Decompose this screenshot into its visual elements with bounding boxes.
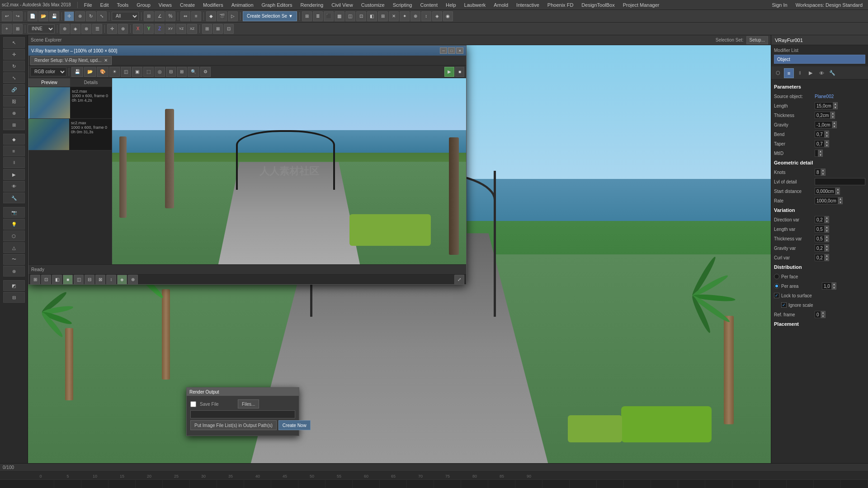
dir-var-up[interactable]: ▲ [825, 216, 829, 220]
left-tool-create[interactable]: ◆ [3, 134, 25, 145]
material-editor-btn[interactable]: ◆ [206, 11, 216, 21]
length-value[interactable]: 15,0cm [815, 102, 833, 109]
vray-details-tab[interactable]: Details [70, 78, 112, 87]
taper-up-btn[interactable]: ▲ [825, 140, 829, 144]
create-now-btn[interactable]: Create Now [278, 420, 311, 430]
vray-stereo-btn[interactable]: ⊞ [177, 67, 187, 77]
new-scene-btn[interactable]: 📄 [28, 11, 38, 21]
menu-customize[interactable]: Customize [358, 1, 388, 9]
left-tool-link[interactable]: 🔗 [3, 84, 25, 95]
move-btn[interactable]: ⊕ [75, 11, 85, 21]
extra-btn-3[interactable]: ⬛ [324, 11, 334, 21]
output-path-input[interactable] [190, 410, 295, 418]
vray-settings-btn[interactable]: ⚙ [200, 67, 211, 77]
length-down-btn[interactable]: ▼ [833, 106, 838, 109]
percent-snap-btn[interactable]: % [165, 11, 175, 21]
left-tool-rotate[interactable]: ↻ [3, 61, 25, 71]
vray-bt-10[interactable]: ⊕ [128, 275, 138, 285]
vray-bt-4[interactable]: ■ [63, 275, 73, 285]
layer-dropdown[interactable]: INNE [28, 24, 55, 33]
left-tool-extra2[interactable]: ⊟ [3, 292, 25, 303]
xy-axis-btn[interactable]: XY [165, 24, 175, 34]
vray-color-correct-btn[interactable]: 🎨 [97, 67, 108, 77]
ri-hierarchy-btn[interactable]: ⫴ [795, 68, 805, 78]
yz-axis-btn[interactable]: YZ [176, 24, 186, 34]
render-btn[interactable]: ▷ [228, 11, 238, 21]
vray-minimize-btn[interactable]: ─ [440, 47, 447, 54]
vray-bt-6[interactable]: ⊟ [85, 275, 94, 285]
extra-btn-2[interactable]: ≣ [313, 11, 323, 21]
vray-bt-7[interactable]: ⊠ [95, 275, 105, 285]
menu-content[interactable]: Content [416, 1, 441, 9]
modifier-object-item[interactable]: Object [774, 55, 865, 64]
layer-btn-3[interactable]: ⊗ [81, 24, 91, 34]
ri-create-btn[interactable]: ⬡ [773, 68, 783, 78]
menu-project-manager[interactable]: Project Manager [619, 1, 663, 9]
menu-edit[interactable]: Edit [97, 1, 113, 9]
vray-bt-9[interactable]: ◈ [117, 275, 127, 285]
left-tool-extra1[interactable]: ◩ [3, 280, 25, 291]
menu-group[interactable]: Group [133, 1, 154, 9]
vray-stamp-btn[interactable]: ◎ [155, 67, 165, 77]
x-axis-btn[interactable]: X [133, 24, 143, 34]
ri-utility-btn[interactable]: 🔧 [827, 68, 837, 78]
extra-btn-4[interactable]: ▦ [335, 11, 344, 21]
vray-save-btn[interactable]: 💾 [71, 67, 83, 77]
curl-var-up[interactable]: ▲ [825, 254, 829, 258]
knots-value[interactable]: 8 [815, 169, 821, 176]
vray-region-btn[interactable]: ⬚ [143, 67, 154, 77]
left-tool-compound[interactable]: ⊛ [3, 266, 25, 277]
vray-close-btn[interactable]: ✕ [456, 47, 463, 54]
undo-btn[interactable]: ↩ [2, 11, 12, 21]
ref-frame-down[interactable]: ▼ [821, 314, 826, 318]
left-tool-bind[interactable]: ⊕ [3, 108, 25, 118]
menu-create[interactable]: Create [176, 1, 198, 9]
rate-value[interactable]: 1000,0cm [815, 197, 838, 204]
menu-graph-editors[interactable]: Graph Editors [258, 1, 296, 9]
vray-bt-8[interactable]: ↕ [106, 275, 116, 285]
vray-compare-btn[interactable]: ⊟ [166, 67, 176, 77]
menu-tools[interactable]: Tools [113, 1, 132, 9]
ref-frame-value[interactable]: 0 [815, 311, 821, 318]
lock-surface-checkbox[interactable] [774, 293, 779, 298]
extra-btn-13[interactable]: ◈ [432, 11, 442, 21]
left-tool-select[interactable]: ↖ [3, 37, 25, 48]
menu-views[interactable]: Views [155, 1, 175, 9]
save-btn[interactable]: 💾 [49, 11, 59, 21]
render-setup-btn[interactable]: 🎬 [217, 11, 227, 21]
thick-var-down[interactable]: ▼ [825, 239, 829, 242]
rgb-color-dropdown[interactable]: RGB color [30, 67, 66, 76]
knots-up[interactable]: ▲ [821, 169, 826, 172]
left-tool-place[interactable]: ⊞ [3, 119, 25, 130]
setup-btn[interactable]: Setup... [746, 36, 768, 44]
toolbar2-btn-2[interactable]: ⊞ [13, 24, 23, 34]
render-setup-tab[interactable]: Render Setup: V-Ray Next, upd... ✕ [30, 56, 112, 65]
length-up-btn[interactable]: ▲ [833, 102, 838, 106]
bend-up-btn[interactable]: ▲ [825, 131, 829, 134]
menu-laubwerk[interactable]: Laubwerk [461, 1, 490, 9]
scale-btn[interactable]: ⤡ [97, 11, 107, 21]
start-dist-down[interactable]: ▼ [835, 191, 840, 195]
curl-var-value[interactable]: 0,2 [815, 254, 825, 261]
menu-interactive[interactable]: Interactive [513, 1, 543, 9]
select-filter-dropdown[interactable]: All [112, 12, 139, 21]
left-tool-geo[interactable]: ⬡ [3, 230, 25, 241]
left-tool-util[interactable]: 🔧 [3, 192, 25, 203]
create-selection-set-btn[interactable]: Create Selection Se ▼ [243, 11, 297, 21]
layer-btn-2[interactable]: ◈ [71, 24, 80, 34]
rate-up[interactable]: ▲ [838, 197, 843, 201]
y-axis-btn[interactable]: Y [144, 24, 154, 34]
menu-sign-in[interactable]: Sign In [768, 1, 791, 9]
ri-display-btn[interactable]: 👁 [816, 68, 826, 78]
rotate-btn[interactable]: ↻ [86, 11, 96, 21]
len-var-down[interactable]: ▼ [825, 229, 829, 233]
ignore-scale-checkbox[interactable] [781, 302, 787, 308]
vray-bt-1[interactable]: ⊞ [30, 275, 40, 285]
rate-down[interactable]: ▼ [838, 201, 843, 204]
vray-thumb-1[interactable]: sc2.max 1000 x 600, frame 0 0h 1m 4,2s [28, 87, 112, 119]
extra-btn-1[interactable]: ⊞ [302, 11, 312, 21]
taper-value[interactable]: 0,7 [815, 140, 825, 147]
thickness-var-value[interactable]: 0,5 [815, 235, 825, 242]
menu-modifiers[interactable]: Modifiers [199, 1, 227, 9]
left-tool-modify[interactable]: ≡ [3, 145, 25, 156]
